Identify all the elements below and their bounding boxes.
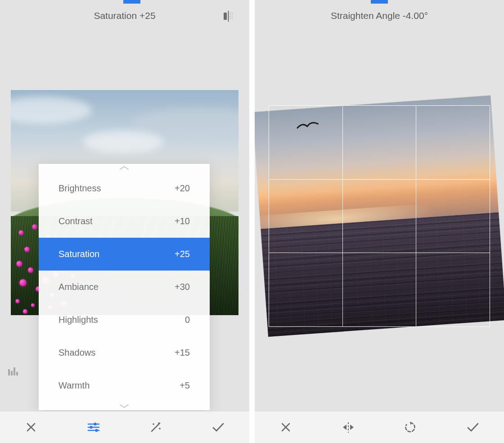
rotate-cw-button[interactable]: [401, 418, 419, 436]
close-button[interactable]: [22, 418, 40, 436]
close-button[interactable]: [277, 418, 295, 436]
svg-rect-18: [90, 426, 92, 429]
tune-row-value: +20: [175, 183, 190, 194]
tune-row-label: Saturation: [58, 249, 99, 259]
image-canvas[interactable]: [255, 32, 504, 411]
tune-row-label: Brightness: [58, 183, 101, 194]
tune-row-shadows[interactable]: Shadows+15: [39, 336, 210, 369]
svg-rect-4: [230, 14, 231, 15]
tune-row-label: Warmth: [58, 380, 90, 391]
tune-image-screen: Saturation +25: [0, 0, 249, 443]
tune-row-brightness[interactable]: Brightness+20: [39, 172, 210, 205]
header-title: Saturation +25: [94, 10, 155, 21]
svg-rect-1: [224, 13, 227, 20]
tune-button[interactable]: [85, 418, 103, 436]
tune-row-label: Contrast: [58, 216, 93, 226]
crop-grid-overlay[interactable]: [269, 106, 490, 326]
svg-rect-5: [232, 14, 233, 15]
svg-rect-6: [230, 16, 231, 17]
svg-rect-9: [232, 18, 233, 19]
image-canvas[interactable]: Brightness+20Contrast+10Saturation+25Amb…: [0, 32, 249, 411]
svg-rect-0: [228, 11, 229, 22]
header-title: Straighten Angle -4.00°: [331, 10, 428, 21]
tune-row-value: 0: [185, 315, 190, 325]
straighten-screen: Straighten Angle -4.00°: [255, 0, 504, 443]
chevron-up-icon[interactable]: [39, 164, 210, 172]
tune-row-value: +5: [180, 380, 190, 391]
svg-rect-7: [232, 16, 233, 17]
header: Straighten Angle -4.00°: [255, 0, 504, 32]
svg-rect-19: [95, 429, 98, 432]
bottom-toolbar: [255, 411, 504, 443]
chevron-down-icon[interactable]: [39, 402, 210, 410]
confirm-button[interactable]: [464, 418, 482, 436]
svg-rect-11: [11, 371, 13, 375]
svg-rect-12: [14, 367, 15, 375]
svg-rect-8: [230, 18, 231, 19]
bottom-toolbar: [0, 411, 249, 443]
tune-row-value: +10: [175, 216, 190, 226]
svg-rect-10: [8, 369, 10, 375]
tune-row-label: Ambiance: [58, 282, 99, 292]
compare-icon[interactable]: [222, 10, 235, 23]
tune-row-value: +15: [175, 348, 190, 358]
tune-row-value: +25: [175, 249, 190, 259]
svg-rect-17: [94, 423, 96, 425]
tune-row-warmth[interactable]: Warmth+5: [39, 369, 210, 402]
tune-row-highlights[interactable]: Highlights0: [39, 303, 210, 336]
tune-row-label: Shadows: [58, 348, 95, 358]
svg-rect-3: [232, 13, 233, 14]
magic-wand-button[interactable]: [147, 418, 165, 436]
tune-parameter-panel[interactable]: Brightness+20Contrast+10Saturation+25Amb…: [39, 164, 210, 410]
header: Saturation +25: [0, 0, 249, 32]
tune-row-value: +30: [175, 282, 190, 292]
tune-row-saturation[interactable]: Saturation+25: [39, 238, 210, 271]
flip-horizontal-button[interactable]: [339, 418, 357, 436]
tune-row-ambiance[interactable]: Ambiance+30: [39, 271, 210, 303]
confirm-button[interactable]: [209, 418, 227, 436]
histogram-icon[interactable]: [8, 366, 20, 375]
svg-rect-13: [16, 372, 18, 375]
tune-row-label: Highlights: [58, 315, 98, 325]
tune-row-contrast[interactable]: Contrast+10: [39, 205, 210, 238]
svg-rect-2: [230, 13, 231, 14]
